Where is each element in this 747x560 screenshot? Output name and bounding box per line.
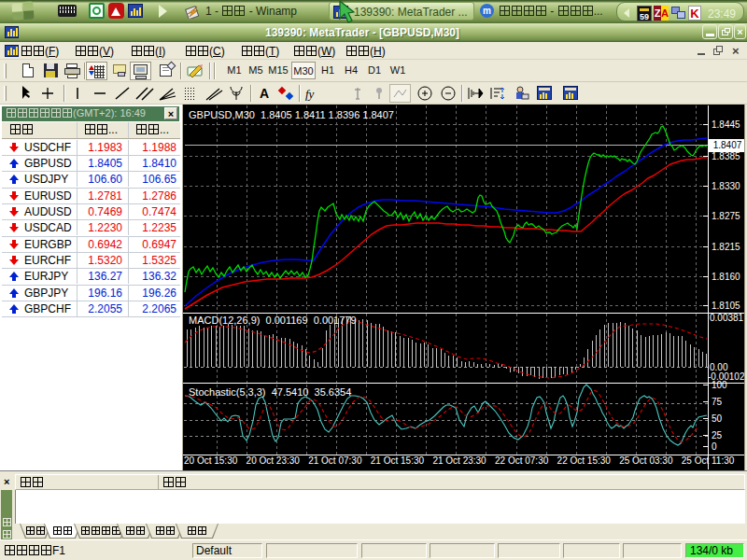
svg-text:fy: fy: [305, 87, 315, 101]
svg-text:A: A: [260, 86, 269, 101]
